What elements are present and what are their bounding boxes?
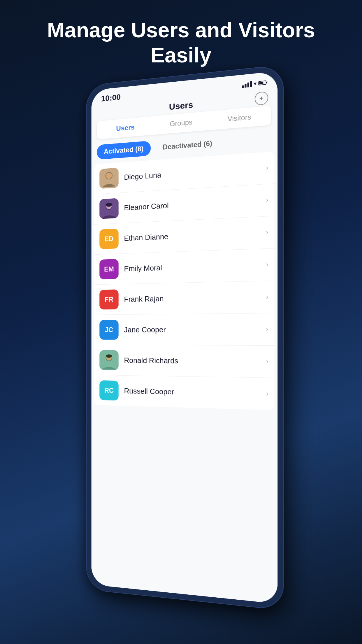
avatar: RC xyxy=(99,380,118,400)
list-item[interactable]: EM Emily Moral › xyxy=(94,249,275,285)
tab-users[interactable]: Users xyxy=(99,118,153,138)
user-name: Diego Luna xyxy=(124,163,263,182)
list-item[interactable]: RC Russell Cooper › xyxy=(94,375,275,410)
user-list: Diego Luna › xyxy=(94,151,275,410)
avatar-initials: ED xyxy=(104,235,113,243)
status-time: 10:00 xyxy=(101,92,121,104)
avatar xyxy=(99,168,118,189)
tab-visitors[interactable]: Visitors xyxy=(210,108,270,128)
chevron-right-icon: › xyxy=(266,293,268,301)
phone-mockup: 10:00 ▾ User xyxy=(87,65,283,610)
status-icons: ▾ xyxy=(242,79,266,88)
list-item[interactable]: JC Jane Cooper › xyxy=(94,313,275,346)
battery-icon xyxy=(258,80,266,85)
tab-groups[interactable]: Groups xyxy=(153,113,210,133)
avatar: JC xyxy=(99,320,118,340)
chevron-right-icon: › xyxy=(266,261,268,269)
chevron-right-icon: › xyxy=(266,326,268,333)
chevron-right-icon: › xyxy=(266,164,268,172)
filter-deactivated[interactable]: Deactivated (6) xyxy=(155,135,220,155)
avatar-initials: RC xyxy=(104,386,114,395)
screen-title: Users xyxy=(169,100,193,112)
user-name: Ronald Richards xyxy=(124,356,263,366)
signal-icon xyxy=(242,81,252,88)
chevron-right-icon: › xyxy=(266,228,268,236)
user-name: Emily Moral xyxy=(124,260,263,273)
chevron-right-icon: › xyxy=(266,390,268,398)
screen-content: Users + Users Groups Visitors Activated … xyxy=(92,89,278,604)
phone-outer: 10:00 ▾ User xyxy=(87,65,283,610)
avatar-initials: FR xyxy=(105,295,113,304)
avatar: FR xyxy=(99,289,118,309)
avatar xyxy=(99,198,118,219)
chevron-right-icon: › xyxy=(266,196,268,204)
user-name: Russell Cooper xyxy=(124,386,263,399)
wifi-icon: ▾ xyxy=(254,80,256,87)
avatar: EM xyxy=(99,259,118,279)
chevron-right-icon: › xyxy=(266,358,268,365)
list-item[interactable]: FR Frank Rajan › xyxy=(94,281,275,315)
user-name: Jane Cooper xyxy=(124,325,263,334)
add-user-button[interactable]: + xyxy=(255,91,268,106)
avatar-initials: JC xyxy=(105,326,113,334)
avatar: ED xyxy=(99,229,118,249)
phone-inner: 10:00 ▾ User xyxy=(92,71,278,604)
filter-activated[interactable]: Activated (8) xyxy=(97,141,151,160)
user-name: Frank Rajan xyxy=(124,293,263,304)
user-name: Ethan Dianne xyxy=(124,228,263,243)
avatar xyxy=(99,350,118,370)
avatar-initials: EM xyxy=(104,265,114,273)
user-name: Eleanor Carol xyxy=(124,196,263,212)
page-title: Manage Users and Visitors Easily xyxy=(0,0,362,80)
list-item[interactable]: Ronald Richards › xyxy=(94,345,275,378)
